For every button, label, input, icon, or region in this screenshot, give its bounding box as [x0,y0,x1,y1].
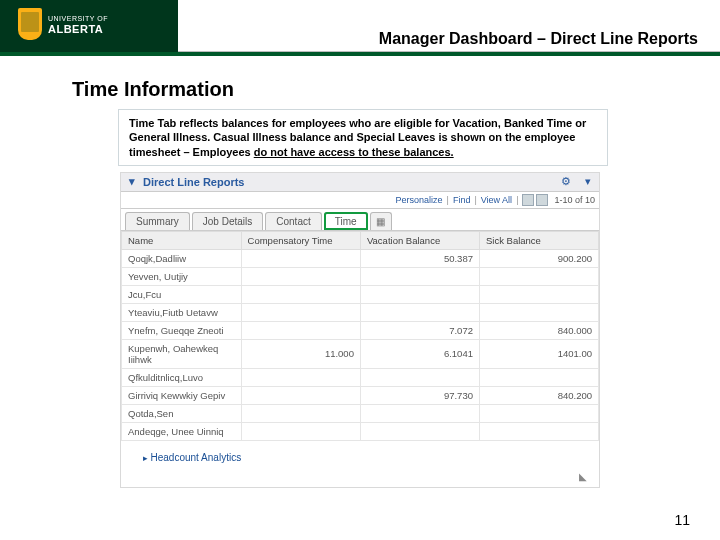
cell-value: 900.200 [479,249,598,267]
cell-value: 6.1041 [360,339,479,368]
header-brand-block: UNIVERSITY OF ALBERTA [0,0,178,56]
report-panel: ▾ Direct Line Reports ⚙ ▾ Personalize | … [120,172,600,488]
cell-value [479,285,598,303]
col-comp[interactable]: Compensatory Time [241,231,360,249]
cell-value [241,267,360,285]
table-row[interactable]: Qoqjk,Dadliiw50.387900.200 [122,249,599,267]
slide-body: Time Information Time Tab reflects balan… [0,56,720,488]
cell-value [360,267,479,285]
cell-value: 7.072 [360,321,479,339]
cell-name: Andeqge, Unee Uinniq [122,422,242,440]
cell-name: Kupenwh, Oahewkeq Iiihwk [122,339,242,368]
cell-value: 11.000 [241,339,360,368]
cell-value [241,303,360,321]
cell-value: 50.387 [360,249,479,267]
table-row[interactable]: Kupenwh, Oahewkeq Iiihwk11.0006.10411401… [122,339,599,368]
logo-bottom: ALBERTA [48,24,108,34]
balance-table: Name Compensatory Time Vacation Balance … [121,231,599,441]
cell-name: Yteaviu,Fiutb Uetavw [122,303,242,321]
table-row[interactable]: Jcu,Fcu [122,285,599,303]
table-row[interactable]: Andeqge, Unee Uinniq [122,422,599,440]
cell-value [360,303,479,321]
panel-title: Direct Line Reports [143,176,244,188]
cell-name: Qotda,Sen [122,404,242,422]
cell-name: Girriviq Kewwkiy Gepiv [122,386,242,404]
cell-name: Ynefm, Gueqqe Zneoti [122,321,242,339]
col-vacation[interactable]: Vacation Balance [360,231,479,249]
cell-name: Jcu,Fcu [122,285,242,303]
cell-value [360,285,479,303]
slide-header: UNIVERSITY OF ALBERTA Manager Dashboard … [0,0,720,56]
cell-value [241,285,360,303]
callout-text-b: do not have access to these balances. [254,146,454,158]
col-sick[interactable]: Sick Balance [479,231,598,249]
table-row[interactable]: Qotda,Sen [122,404,599,422]
toolbar-find[interactable]: Find [453,195,471,205]
cell-value [479,368,598,386]
cell-value [360,404,479,422]
toolbar-personalize[interactable]: Personalize [396,195,443,205]
table-row[interactable]: Ynefm, Gueqqe Zneoti7.072840.000 [122,321,599,339]
logo: UNIVERSITY OF ALBERTA [18,8,108,40]
cell-name: Qoqjk,Dadliiw [122,249,242,267]
cell-value [360,422,479,440]
panel-footer: Headcount Analytics [121,441,599,469]
cell-value [241,386,360,404]
cell-value [241,249,360,267]
cell-value: 97.730 [360,386,479,404]
cell-value [241,368,360,386]
cell-value [241,422,360,440]
table-row[interactable]: Yevven, Uutjiy [122,267,599,285]
panel-header: ▾ Direct Line Reports ⚙ ▾ [121,173,599,192]
tab-time[interactable]: Time [324,212,368,230]
tab-contact[interactable]: Contact [265,212,321,230]
cell-value: 840.000 [479,321,598,339]
cell-name: Qfkulditnlicq,Luvo [122,368,242,386]
panel-bottom-row: ◣ [121,469,599,487]
toolbar-sep-1: | [447,195,449,205]
page-number: 11 [674,512,690,528]
table-header-row: Name Compensatory Time Vacation Balance … [122,231,599,249]
caret-down-icon[interactable]: ▾ [581,175,595,189]
cell-value [479,404,598,422]
tab-overflow[interactable]: ▦ [370,212,392,230]
cell-value [479,267,598,285]
cell-value [479,422,598,440]
cell-value: 1401.00 [479,339,598,368]
gear-icon[interactable]: ⚙ [559,175,573,189]
panel-header-actions: ⚙ ▾ [559,175,595,189]
cell-value [360,368,479,386]
toolbar-count: 1-10 of 10 [554,195,595,205]
logo-text: UNIVERSITY OF ALBERTA [48,14,108,34]
collapse-icon[interactable]: ▾ [125,175,139,189]
panel-title-wrap: ▾ Direct Line Reports [125,175,244,189]
table-row[interactable]: Yteaviu,Fiutb Uetavw [122,303,599,321]
tab-job-details[interactable]: Job Details [192,212,263,230]
triangle-icon: ◣ [579,471,591,483]
zoom-icon[interactable] [522,194,534,206]
section-heading: Time Information [72,78,678,101]
cell-value [241,404,360,422]
toolbar-viewall[interactable]: View All [481,195,512,205]
col-name[interactable]: Name [122,231,242,249]
cell-value [479,303,598,321]
table-row[interactable]: Girriviq Kewwkiy Gepiv97.730840.200 [122,386,599,404]
callout-box: Time Tab reflects balances for employees… [118,109,608,166]
slide-title: Manager Dashboard – Direct Line Reports [379,30,698,48]
grid-icon[interactable] [536,194,548,206]
cell-value: 840.200 [479,386,598,404]
tab-strip: Summary Job Details Contact Time ▦ [121,209,599,231]
cell-value [241,321,360,339]
tab-summary[interactable]: Summary [125,212,190,230]
toolbar-sep-3: | [516,195,518,205]
table-row[interactable]: Qfkulditnlicq,Luvo [122,368,599,386]
panel-toolbar: Personalize | Find | View All | 1-10 of … [121,192,599,209]
toolbar-sep-2: | [474,195,476,205]
cell-name: Yevven, Uutjiy [122,267,242,285]
shield-icon [18,8,42,40]
headcount-link[interactable]: Headcount Analytics [143,452,241,463]
